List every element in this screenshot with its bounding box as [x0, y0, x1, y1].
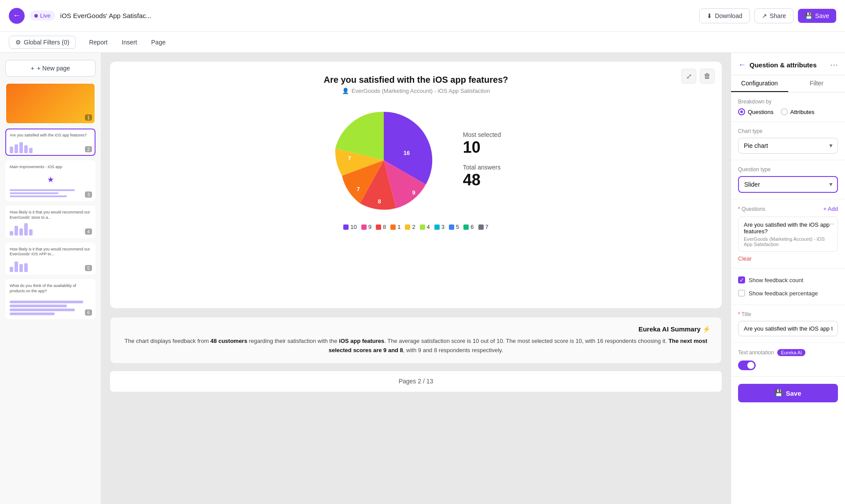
questions-header: * Questions + Add [738, 206, 838, 212]
share-icon: ↗ [762, 12, 767, 19]
radio-questions[interactable]: Questions [738, 108, 774, 115]
right-panel-header: ← Question & attributes ⋯ [731, 53, 845, 75]
person-icon: 👤 [342, 88, 349, 94]
question-type-select[interactable]: Slider Multiple choice Text [738, 176, 838, 193]
mini-line [10, 309, 75, 311]
mini-lines-6 [6, 298, 95, 318]
title-label: * Title [738, 311, 838, 317]
breakdown-section: Breakdown by Questions Attributes [731, 92, 845, 122]
delete-button[interactable]: 🗑 [700, 69, 715, 84]
mini-line [10, 192, 59, 194]
add-question-link[interactable]: + Add [823, 206, 838, 212]
move-button[interactable]: ⤢ [681, 69, 696, 84]
show-feedback-percentage-item[interactable]: Show feedback percentage [738, 288, 838, 298]
main-layout: + + New page 1 Are you satisfied with th… [0, 53, 845, 504]
sidebar-page-1[interactable]: 1 [5, 83, 96, 124]
chart-stats: Most selected 10 Total answers 48 [463, 131, 501, 189]
sidebar-page-2[interactable]: Are you satisfied with the iOS app featu… [5, 129, 96, 156]
share-button[interactable]: ↗ Share [754, 8, 794, 23]
pie-label-7b: 7 [348, 155, 351, 162]
legend-color-3 [434, 224, 440, 230]
title-section: * Title [731, 305, 845, 343]
page-number-3: 3 [85, 191, 92, 198]
back-button[interactable]: ← [9, 8, 25, 24]
text-annotation-header: Text annotation Eureka AI [738, 349, 838, 356]
clear-link[interactable]: Clear [738, 255, 838, 262]
pages-label: Pages [399, 378, 416, 385]
questions-section: * Questions + Add Are you satisfied with… [731, 199, 845, 269]
menu-item-insert[interactable]: Insert [116, 36, 143, 48]
legend-color-5 [449, 224, 454, 230]
eureka-badge: Eureka AI [777, 349, 805, 356]
question-card-text: Are you satisfied with the iOS app featu… [744, 221, 832, 235]
question-more-button[interactable]: ⋯ [828, 221, 834, 228]
mini-line [10, 301, 83, 303]
sidebar: + + New page 1 Are you satisfied with th… [0, 53, 101, 504]
mini-bar [24, 263, 28, 272]
global-filters-button[interactable]: ⚙ Global Filters (0) [9, 36, 76, 49]
question-type-label: Question type [738, 166, 838, 173]
panel-more-button[interactable]: ⋯ [830, 60, 838, 70]
chart-type-select[interactable]: Pie chart Bar chart Line chart [738, 138, 838, 154]
legend-item-9: 9 [361, 224, 371, 230]
ai-summary-text: The chart displays feedback from 48 cust… [121, 337, 711, 355]
mini-line [10, 195, 67, 197]
breakdown-radio-group: Questions Attributes [738, 108, 838, 115]
title-input[interactable] [738, 321, 838, 336]
new-page-button[interactable]: + + New page [5, 60, 96, 77]
save-button-panel[interactable]: 💾 Save [738, 384, 838, 402]
mini-line [10, 313, 55, 315]
pie-label-7a: 7 [356, 186, 360, 192]
total-answers-stat: Total answers 48 [463, 164, 501, 189]
chart-type-select-wrapper: Pie chart Bar chart Line chart ▼ [738, 138, 838, 154]
save-icon: 💾 [805, 12, 812, 19]
right-panel-title: ← Question & attributes [738, 60, 817, 70]
menu-item-page[interactable]: Page [145, 36, 172, 48]
tab-configuration[interactable]: Configuration [731, 75, 788, 92]
page-number-4: 4 [85, 228, 92, 235]
mini-bar [19, 264, 23, 272]
legend-item-8: 8 [376, 224, 386, 230]
show-feedback-count-item[interactable]: ✓ Show feedback count [738, 275, 838, 285]
legend-item-7: 7 [478, 224, 489, 230]
page-number-2: 2 [85, 146, 92, 152]
live-indicator [34, 14, 38, 18]
panel-back-button[interactable]: ← [738, 60, 746, 70]
breakdown-label: Breakdown by [738, 99, 838, 105]
download-icon: ⬇ [707, 12, 712, 19]
sidebar-page-4[interactable]: How likely is it that you would recommen… [5, 206, 96, 238]
page-thumbnail-1 [6, 84, 95, 123]
top-bar: ← Live iOS EverGoods' App Satisfac... ⬇ … [0, 0, 845, 32]
sidebar-page-5[interactable]: How likely is it that you would recommen… [5, 243, 96, 275]
sidebar-page-3[interactable]: Main improvements - iOS app ★ 3 [5, 160, 96, 202]
mini-bar [24, 145, 28, 153]
legend-item-6: 6 [463, 224, 474, 230]
mini-bar [10, 267, 13, 272]
menu-item-report[interactable]: Report [83, 36, 114, 48]
mini-chart-2 [6, 142, 95, 155]
page-number-5: 5 [85, 265, 92, 271]
sidebar-page-6[interactable]: What do you think of the availability of… [5, 279, 96, 319]
menu-bar: ⚙ Global Filters (0) Report Insert Page [0, 32, 845, 53]
page-footer: Pages 2 / 13 [110, 371, 722, 392]
mini-chart-4 [6, 224, 95, 237]
text-annotation-toggle[interactable] [738, 361, 756, 370]
ai-summary: Eureka AI Summary ⚡ The chart displays f… [110, 317, 722, 364]
legend-item-3: 3 [434, 224, 445, 230]
question-type-select-wrapper: Slider Multiple choice Text ▼ [738, 176, 838, 193]
download-button[interactable]: ⬇ Download [699, 8, 749, 23]
pie-label-9: 9 [412, 189, 415, 196]
radio-attributes[interactable]: Attributes [781, 108, 815, 115]
total-pages: 13 [426, 378, 434, 385]
save-button-top[interactable]: 💾 Save [798, 9, 836, 23]
plus-icon: + [31, 65, 34, 72]
save-icon-panel: 💾 [775, 389, 783, 397]
toggle-knob [747, 362, 754, 369]
chart-type-label: Chart type [738, 128, 838, 134]
question-type-section: Question type Slider Multiple choice Tex… [731, 160, 845, 199]
legend-item-1: 1 [390, 224, 400, 230]
mini-bar [15, 226, 18, 235]
top-actions: ⬇ Download ↗ Share 💾 Save [699, 8, 836, 23]
tab-filter[interactable]: Filter [788, 75, 845, 92]
radio-circle-questions [738, 108, 745, 115]
